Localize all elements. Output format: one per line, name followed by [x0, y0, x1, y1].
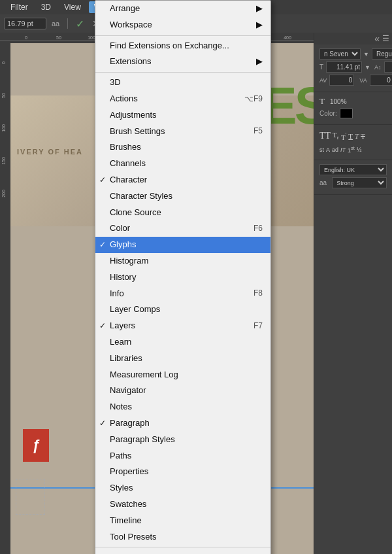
- menu-item-libraries[interactable]: Libraries: [95, 351, 270, 367]
- brush-settings-shortcut: F5: [240, 125, 263, 137]
- menu-item-properties[interactable]: Properties: [95, 464, 270, 480]
- menu-item-learn[interactable]: Learn: [95, 334, 270, 351]
- font-size-input[interactable]: [4, 18, 46, 29]
- leading-input[interactable]: [384, 61, 392, 73]
- frac-st[interactable]: st: [319, 147, 324, 153]
- menu-item-notes[interactable]: Notes: [95, 399, 270, 415]
- arrange-menu-item[interactable]: Arrange ▶: [95, 1, 270, 17]
- toolbar-divider-1: [67, 18, 68, 29]
- menu-item-paths[interactable]: Paths: [95, 448, 270, 464]
- frac-half[interactable]: ½: [357, 147, 362, 153]
- tt-icon-2[interactable]: Tr: [333, 131, 339, 141]
- workspace-arrow: ▶: [256, 18, 263, 32]
- svg-text:0: 0: [1, 61, 6, 64]
- panel-close-arrows[interactable]: «: [374, 33, 380, 44]
- menu-item-swatches[interactable]: Swatches: [95, 496, 270, 513]
- menu-item-timeline[interactable]: Timeline: [95, 513, 270, 529]
- scale-row: T 100%: [319, 96, 387, 107]
- size-icon: T: [319, 63, 323, 71]
- menu-item-navigator[interactable]: Navigator: [95, 383, 270, 399]
- language-select[interactable]: English: UK: [319, 164, 387, 175]
- frac-icon-row: st A ad IT 1st ½: [319, 143, 387, 156]
- menu-item-paragraph-styles[interactable]: Paragraph Styles: [95, 432, 270, 448]
- paths-label: Paths: [110, 449, 131, 463]
- menu-3d[interactable]: 3D: [36, 1, 56, 13]
- menu-item-3d-label: 3D: [110, 76, 121, 90]
- tracking-input[interactable]: [370, 75, 392, 86]
- properties-label: Properties: [110, 465, 148, 479]
- leading-icon: A↕: [374, 64, 382, 71]
- timeline-label: Timeline: [110, 514, 142, 528]
- svg-text:200: 200: [1, 190, 6, 198]
- menu-item-measurement-log[interactable]: Measurement Log: [95, 367, 270, 383]
- font-family-select[interactable]: n Seven: [319, 48, 361, 60]
- menu-item-brush-settings[interactable]: Brush Settings F5: [95, 124, 270, 140]
- styles-label: Styles: [110, 481, 133, 495]
- check-icon[interactable]: ✓: [73, 16, 87, 31]
- color-row: Color:: [319, 109, 387, 118]
- aa-label: aa: [49, 18, 62, 29]
- find-extensions-item[interactable]: Find Extensions on Exchange...: [95, 38, 270, 54]
- menu-item-tool-presets[interactable]: Tool Presets: [95, 529, 270, 545]
- frac-it[interactable]: IT: [340, 147, 346, 153]
- extensions-item[interactable]: Extensions ▶: [95, 54, 270, 70]
- menu-item-styles[interactable]: Styles: [95, 480, 270, 496]
- menu-item-clone-source[interactable]: Clone Source: [95, 205, 270, 221]
- menu-item-adjustments[interactable]: Adjustments: [95, 107, 270, 124]
- menu-item-character[interactable]: ✓ Character: [95, 172, 270, 188]
- paragraph-label: Paragraph: [110, 417, 150, 430]
- character-checkmark: ✓: [99, 174, 106, 186]
- tt-icon-3[interactable]: T': [341, 131, 346, 141]
- extensions-label: Extensions: [110, 55, 152, 69]
- language-section: English: UK aa Strong: [314, 160, 392, 195]
- svg-text:400: 400: [284, 35, 291, 40]
- menu-item-character-styles[interactable]: Character Styles: [95, 188, 270, 205]
- font-style-select[interactable]: Regular: [372, 48, 392, 60]
- brushes-label: Brushes: [110, 141, 141, 154]
- menu-item-3d[interactable]: 3D: [95, 75, 270, 91]
- histogram-label: Histogram: [110, 254, 148, 268]
- right-panel: « ☰ n Seven ▼ Regular ▼ T ▼ A↕ AV VA: [314, 33, 392, 554]
- frac-ad[interactable]: ad: [332, 147, 338, 153]
- menu-item-color[interactable]: Color F6: [95, 220, 270, 237]
- menu-item-history[interactable]: History: [95, 269, 270, 286]
- menu-item-info[interactable]: Info F8: [95, 286, 270, 302]
- frac-1st[interactable]: 1st: [348, 145, 355, 154]
- menu-item-layer-comps[interactable]: Layer Comps: [95, 302, 270, 318]
- menu-item-brushes[interactable]: Brushes: [95, 139, 270, 156]
- panel-menu-icon[interactable]: ☰: [382, 34, 389, 43]
- menu-item-histogram[interactable]: Histogram: [95, 253, 270, 269]
- menu-item-layers[interactable]: ✓ Layers F7: [95, 318, 270, 334]
- info-label: Info: [110, 287, 124, 301]
- scale-section: T 100% Color:: [314, 92, 392, 125]
- menu-view[interactable]: View: [59, 1, 86, 13]
- font-size-panel-input[interactable]: [326, 61, 362, 73]
- color-swatch[interactable]: [340, 109, 353, 118]
- aa-strength-select[interactable]: Strong: [332, 177, 387, 188]
- menu-item-paragraph[interactable]: ✓ Paragraph: [95, 415, 270, 432]
- libraries-label: Libraries: [110, 352, 142, 366]
- tt-icon-6[interactable]: T: [361, 132, 365, 140]
- workspace-menu-item[interactable]: Workspace ▶: [95, 17, 270, 33]
- logo-block: ƒ: [23, 429, 49, 462]
- tracking-icon: VA: [359, 77, 367, 84]
- tt-icon-4[interactable]: T: [348, 132, 353, 140]
- divider-3: [95, 547, 270, 547]
- kerning-input[interactable]: [329, 75, 354, 86]
- menu-item-channels[interactable]: Channels: [95, 156, 270, 172]
- navigator-label: Navigator: [110, 384, 146, 398]
- scale-value: 100%: [327, 98, 350, 105]
- menu-item-actions-label: Actions: [110, 92, 138, 106]
- menu-item-glyphs[interactable]: ✓ Glyphs: [95, 237, 270, 253]
- learn-label: Learn: [110, 336, 131, 349]
- character-label: Character: [110, 173, 147, 187]
- svg-text:50: 50: [56, 35, 61, 40]
- menu-filter[interactable]: Filter: [5, 1, 33, 13]
- divider-1: [95, 35, 270, 36]
- app-frame-label: Application Frame: [110, 551, 178, 554]
- menu-item-actions[interactable]: Actions ⌥F9: [95, 91, 270, 107]
- tt-icon-1[interactable]: TT: [319, 131, 331, 141]
- frac-a[interactable]: A: [326, 147, 330, 153]
- selection-box: ƒ: [16, 479, 45, 515]
- tt-icon-5[interactable]: T: [355, 132, 359, 140]
